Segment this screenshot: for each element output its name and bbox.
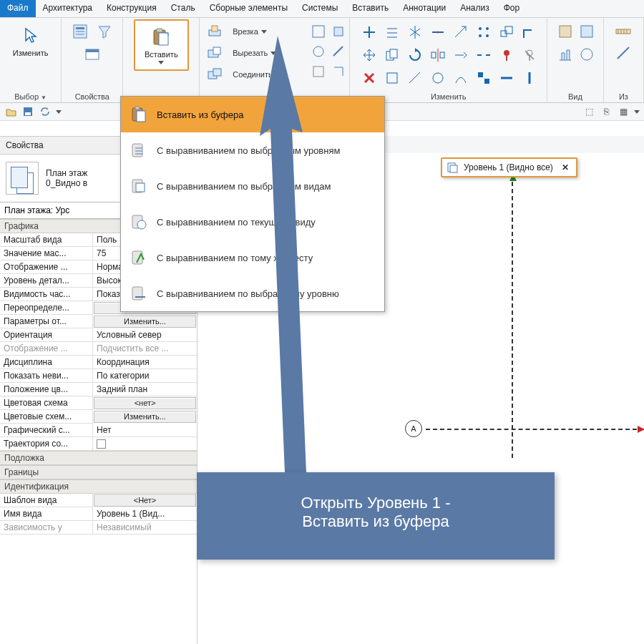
menu-insert[interactable]: Вставить	[345, 0, 396, 17]
svg-rect-12	[213, 47, 220, 54]
corner-trim-icon[interactable]	[518, 21, 541, 44]
annotation-box: Открыть Уровень 1 - Вставить из буфера	[197, 472, 555, 560]
geom-tool-icon[interactable]	[308, 61, 329, 82]
property-value[interactable]	[93, 437, 197, 451]
view-tool-icon[interactable]	[555, 44, 576, 65]
paste-split-button[interactable]: Вставить	[134, 19, 189, 71]
property-value[interactable]: Координация	[93, 356, 197, 369]
properties-icon[interactable]	[69, 21, 91, 42]
view-tool-icon[interactable]	[576, 44, 597, 65]
category-identity[interactable]: Идентификация	[0, 479, 197, 494]
qat-icon[interactable]: ▦	[617, 105, 630, 118]
paste-aligned-levels-item[interactable]: С выравниванием по выбранным уровням	[121, 132, 384, 168]
trim-icon[interactable]	[449, 21, 472, 44]
clipboard-level-icon	[128, 283, 150, 304]
modify-button[interactable]: Изменить	[8, 21, 54, 61]
menu-systems[interactable]: Системы	[295, 0, 345, 17]
property-edit-button[interactable]: Изменить...	[94, 316, 196, 328]
menu-truncated[interactable]: Фор	[497, 0, 527, 17]
menu-annotate[interactable]: Аннотации	[396, 0, 453, 17]
qat-icon[interactable]: ⬚	[582, 105, 595, 118]
offset-icon[interactable]	[381, 21, 404, 44]
save-icon[interactable]	[21, 105, 34, 118]
tool-icon[interactable]	[404, 67, 426, 89]
menu-structure[interactable]: Конструкция	[99, 0, 164, 17]
split-gap-icon[interactable]	[472, 44, 495, 67]
grid-bubble[interactable]: A	[405, 420, 422, 437]
menu-precast[interactable]: Сборные элементы	[203, 0, 295, 17]
array-icon[interactable]	[472, 21, 495, 44]
property-value[interactable]: Подчистить все ...	[93, 342, 197, 356]
close-icon[interactable]: ✕	[559, 162, 572, 172]
property-value[interactable]: Независимый	[93, 521, 197, 535]
geom-tool-icon[interactable]	[328, 61, 349, 82]
tool-icon[interactable]	[518, 67, 541, 89]
property-value[interactable]: Нет	[93, 424, 197, 437]
unpin-icon[interactable]	[518, 44, 541, 67]
menu-item-label: С выравниванием по выбранному уровню	[157, 288, 339, 299]
menu-analyze[interactable]: Анализ	[453, 0, 497, 17]
rotate-icon[interactable]	[404, 44, 426, 67]
chevron-down-icon[interactable]	[634, 110, 640, 114]
scale-icon[interactable]	[495, 21, 518, 44]
property-edit-button[interactable]: <нет>	[94, 397, 196, 409]
sync-icon[interactable]	[39, 105, 52, 118]
svg-rect-27	[390, 49, 397, 58]
mirror-axis-icon[interactable]	[426, 44, 449, 67]
property-edit-button[interactable]: Изменить...	[94, 411, 196, 423]
menu-steel[interactable]: Сталь	[164, 0, 203, 17]
svg-rect-34	[478, 72, 483, 77]
svg-point-51	[137, 220, 146, 229]
filter-icon[interactable]	[94, 21, 115, 42]
cope-button[interactable]: Врезка	[230, 21, 270, 42]
svg-rect-7	[157, 29, 162, 32]
join-button[interactable]: Соединить	[230, 64, 284, 85]
extend-icon[interactable]	[449, 44, 472, 67]
view-tab-callout[interactable]: Уровень 1 (Видно все) ✕	[441, 157, 577, 177]
cope-icon[interactable]	[204, 21, 225, 42]
paste-from-clipboard-item[interactable]: Вставить из буфера	[121, 97, 384, 132]
paste-aligned-views-item[interactable]: С выравниванием по выбранным видам	[121, 168, 384, 204]
copy-icon[interactable]	[381, 44, 404, 67]
category-extents[interactable]: Границы	[0, 465, 197, 479]
geom-tool-icon[interactable]	[308, 41, 329, 62]
paste-aligned-current-view-item[interactable]: С выравниванием по текущему виду	[121, 204, 384, 240]
move-icon[interactable]	[358, 44, 381, 67]
view-tool-icon[interactable]	[555, 21, 576, 42]
geom-tool-icon[interactable]	[308, 21, 329, 42]
cut-button[interactable]: Вырезать	[230, 42, 279, 64]
geom-tool-icon[interactable]	[328, 41, 349, 62]
property-key: Имя вида	[0, 507, 93, 521]
join-geom-icon[interactable]	[204, 64, 225, 85]
tool-icon[interactable]	[449, 67, 472, 89]
delete-icon[interactable]	[358, 67, 381, 89]
property-value[interactable]: Задний план	[93, 383, 197, 396]
property-value[interactable]: По категории	[93, 369, 197, 383]
pin-icon[interactable]	[495, 44, 518, 67]
measure-icon[interactable]	[613, 21, 634, 42]
tool-icon[interactable]	[472, 67, 495, 89]
align-icon[interactable]	[358, 21, 381, 44]
category-underlay[interactable]: Подложка	[0, 451, 197, 465]
menu-architecture[interactable]: Архитектура	[36, 0, 100, 17]
tool-icon[interactable]	[426, 67, 449, 89]
type-properties-icon[interactable]	[82, 44, 103, 65]
svg-rect-14	[213, 69, 221, 76]
menu-file[interactable]: Файл	[0, 0, 36, 17]
split-icon[interactable]	[426, 21, 449, 44]
geom-tool-icon[interactable]	[328, 21, 349, 42]
cut-geom-icon[interactable]	[204, 42, 225, 64]
open-icon[interactable]	[4, 105, 17, 118]
tool-icon[interactable]	[495, 67, 518, 89]
paste-aligned-same-place-item[interactable]: С выравниванием по тому же месту	[121, 240, 384, 275]
chevron-down-icon[interactable]	[56, 110, 62, 114]
paste-aligned-picked-level-item[interactable]: С выравниванием по выбранному уровню	[121, 275, 384, 311]
qat-icon[interactable]: ⎘	[600, 105, 613, 118]
property-value[interactable]: Уровень 1 (Вид...	[93, 507, 197, 521]
property-edit-button[interactable]: <Нет>	[94, 494, 196, 507]
tool-icon[interactable]	[381, 67, 404, 89]
property-value[interactable]: Условный север	[93, 328, 197, 342]
mirror-icon[interactable]	[404, 21, 426, 44]
view-tool-icon[interactable]	[576, 21, 597, 42]
measure-icon[interactable]	[613, 42, 634, 64]
